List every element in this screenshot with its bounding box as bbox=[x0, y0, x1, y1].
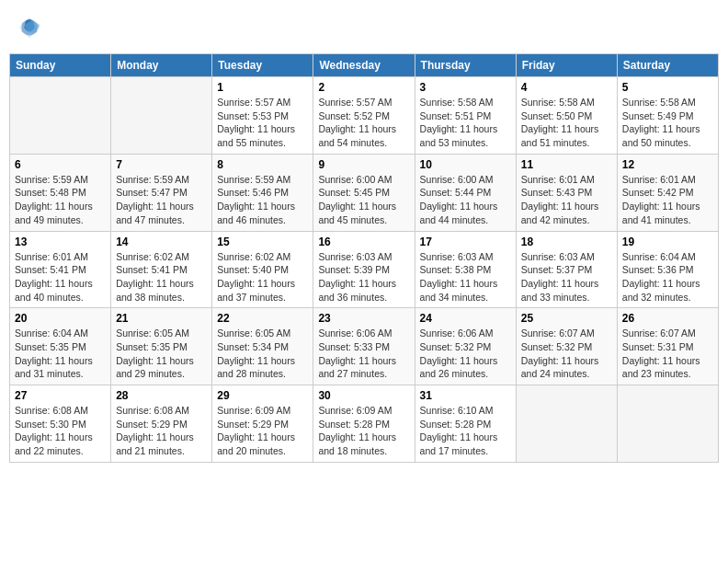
calendar-cell: 10Sunrise: 6:00 AM Sunset: 5:44 PM Dayli… bbox=[415, 154, 516, 231]
day-info: Sunrise: 5:57 AM Sunset: 5:52 PM Dayligh… bbox=[318, 96, 409, 150]
calendar-cell: 29Sunrise: 6:09 AM Sunset: 5:29 PM Dayli… bbox=[212, 385, 313, 463]
day-number: 30 bbox=[318, 389, 409, 402]
day-number: 3 bbox=[420, 81, 511, 94]
day-info: Sunrise: 6:08 AM Sunset: 5:30 PM Dayligh… bbox=[15, 404, 106, 458]
logo-icon bbox=[17, 15, 42, 40]
day-number: 2 bbox=[318, 81, 409, 94]
calendar-cell: 22Sunrise: 6:05 AM Sunset: 5:34 PM Dayli… bbox=[212, 308, 313, 385]
day-info: Sunrise: 6:07 AM Sunset: 5:32 PM Dayligh… bbox=[521, 327, 612, 381]
day-info: Sunrise: 5:59 AM Sunset: 5:46 PM Dayligh… bbox=[217, 173, 308, 227]
col-header-friday: Friday bbox=[516, 54, 617, 77]
day-number: 29 bbox=[217, 389, 308, 402]
day-number: 5 bbox=[622, 81, 713, 94]
day-number: 4 bbox=[521, 81, 612, 94]
day-info: Sunrise: 6:05 AM Sunset: 5:35 PM Dayligh… bbox=[116, 327, 207, 381]
logo bbox=[17, 15, 46, 40]
day-number: 10 bbox=[420, 158, 511, 171]
day-info: Sunrise: 6:03 AM Sunset: 5:37 PM Dayligh… bbox=[521, 250, 612, 304]
day-info: Sunrise: 6:07 AM Sunset: 5:31 PM Dayligh… bbox=[622, 327, 713, 381]
day-number: 17 bbox=[420, 236, 511, 248]
day-info: Sunrise: 6:00 AM Sunset: 5:44 PM Dayligh… bbox=[420, 173, 511, 227]
day-number: 19 bbox=[622, 236, 713, 248]
calendar-cell: 13Sunrise: 6:01 AM Sunset: 5:41 PM Dayli… bbox=[10, 231, 111, 308]
day-number: 11 bbox=[521, 158, 612, 171]
day-info: Sunrise: 6:03 AM Sunset: 5:38 PM Dayligh… bbox=[420, 250, 511, 304]
day-number: 28 bbox=[116, 389, 207, 402]
calendar-cell: 9Sunrise: 6:00 AM Sunset: 5:45 PM Daylig… bbox=[313, 154, 415, 231]
day-info: Sunrise: 5:58 AM Sunset: 5:50 PM Dayligh… bbox=[521, 96, 612, 150]
day-info: Sunrise: 6:03 AM Sunset: 5:39 PM Dayligh… bbox=[318, 250, 409, 304]
day-info: Sunrise: 6:01 AM Sunset: 5:43 PM Dayligh… bbox=[521, 173, 612, 227]
day-info: Sunrise: 6:09 AM Sunset: 5:28 PM Dayligh… bbox=[318, 404, 409, 458]
day-number: 18 bbox=[521, 236, 612, 248]
day-number: 24 bbox=[420, 312, 511, 325]
calendar-cell: 14Sunrise: 6:02 AM Sunset: 5:41 PM Dayli… bbox=[111, 231, 212, 308]
col-header-monday: Monday bbox=[111, 54, 212, 77]
day-number: 1 bbox=[217, 81, 308, 94]
day-info: Sunrise: 6:04 AM Sunset: 5:35 PM Dayligh… bbox=[15, 327, 106, 381]
calendar-cell: 7Sunrise: 5:59 AM Sunset: 5:47 PM Daylig… bbox=[111, 154, 212, 231]
calendar-cell: 11Sunrise: 6:01 AM Sunset: 5:43 PM Dayli… bbox=[516, 154, 617, 231]
page-header bbox=[9, 9, 719, 46]
day-info: Sunrise: 6:05 AM Sunset: 5:34 PM Dayligh… bbox=[217, 327, 308, 381]
calendar-cell: 26Sunrise: 6:07 AM Sunset: 5:31 PM Dayli… bbox=[617, 308, 718, 385]
day-info: Sunrise: 6:02 AM Sunset: 5:40 PM Dayligh… bbox=[217, 250, 308, 304]
day-number: 27 bbox=[15, 389, 106, 402]
day-info: Sunrise: 6:08 AM Sunset: 5:29 PM Dayligh… bbox=[116, 404, 207, 458]
day-number: 7 bbox=[116, 158, 207, 171]
calendar-cell: 8Sunrise: 5:59 AM Sunset: 5:46 PM Daylig… bbox=[212, 154, 313, 231]
day-info: Sunrise: 5:58 AM Sunset: 5:51 PM Dayligh… bbox=[420, 96, 511, 150]
calendar-table: SundayMondayTuesdayWednesdayThursdayFrid… bbox=[9, 53, 719, 463]
calendar-cell: 1Sunrise: 5:57 AM Sunset: 5:53 PM Daylig… bbox=[212, 77, 313, 155]
day-info: Sunrise: 6:10 AM Sunset: 5:28 PM Dayligh… bbox=[420, 404, 511, 458]
calendar-cell: 30Sunrise: 6:09 AM Sunset: 5:28 PM Dayli… bbox=[313, 385, 415, 463]
calendar-cell bbox=[516, 385, 617, 463]
col-header-saturday: Saturday bbox=[617, 54, 718, 77]
calendar-cell bbox=[617, 385, 718, 463]
col-header-thursday: Thursday bbox=[415, 54, 516, 77]
calendar-cell: 23Sunrise: 6:06 AM Sunset: 5:33 PM Dayli… bbox=[313, 308, 415, 385]
calendar-cell: 20Sunrise: 6:04 AM Sunset: 5:35 PM Dayli… bbox=[10, 308, 111, 385]
day-info: Sunrise: 6:04 AM Sunset: 5:36 PM Dayligh… bbox=[622, 250, 713, 304]
day-info: Sunrise: 6:06 AM Sunset: 5:32 PM Dayligh… bbox=[420, 327, 511, 381]
day-number: 23 bbox=[318, 312, 409, 325]
calendar-header-row: SundayMondayTuesdayWednesdayThursdayFrid… bbox=[10, 54, 719, 77]
day-number: 15 bbox=[217, 236, 308, 248]
calendar-cell: 21Sunrise: 6:05 AM Sunset: 5:35 PM Dayli… bbox=[111, 308, 212, 385]
day-number: 8 bbox=[217, 158, 308, 171]
calendar-cell: 15Sunrise: 6:02 AM Sunset: 5:40 PM Dayli… bbox=[212, 231, 313, 308]
day-number: 26 bbox=[622, 312, 713, 325]
calendar-cell: 16Sunrise: 6:03 AM Sunset: 5:39 PM Dayli… bbox=[313, 231, 415, 308]
day-number: 22 bbox=[217, 312, 308, 325]
week-row-4: 20Sunrise: 6:04 AM Sunset: 5:35 PM Dayli… bbox=[10, 308, 719, 385]
day-number: 14 bbox=[116, 236, 207, 248]
day-number: 21 bbox=[116, 312, 207, 325]
col-header-sunday: Sunday bbox=[10, 54, 111, 77]
col-header-wednesday: Wednesday bbox=[313, 54, 415, 77]
week-row-1: 1Sunrise: 5:57 AM Sunset: 5:53 PM Daylig… bbox=[10, 77, 719, 155]
week-row-2: 6Sunrise: 5:59 AM Sunset: 5:48 PM Daylig… bbox=[10, 154, 719, 231]
calendar-cell: 28Sunrise: 6:08 AM Sunset: 5:29 PM Dayli… bbox=[111, 385, 212, 463]
calendar-cell: 19Sunrise: 6:04 AM Sunset: 5:36 PM Dayli… bbox=[617, 231, 718, 308]
calendar-cell: 18Sunrise: 6:03 AM Sunset: 5:37 PM Dayli… bbox=[516, 231, 617, 308]
day-number: 16 bbox=[318, 236, 409, 248]
day-info: Sunrise: 6:09 AM Sunset: 5:29 PM Dayligh… bbox=[217, 404, 308, 458]
calendar-cell: 25Sunrise: 6:07 AM Sunset: 5:32 PM Dayli… bbox=[516, 308, 617, 385]
day-number: 13 bbox=[15, 236, 106, 248]
calendar-cell: 27Sunrise: 6:08 AM Sunset: 5:30 PM Dayli… bbox=[10, 385, 111, 463]
day-info: Sunrise: 5:59 AM Sunset: 5:48 PM Dayligh… bbox=[15, 173, 106, 227]
calendar-cell: 2Sunrise: 5:57 AM Sunset: 5:52 PM Daylig… bbox=[313, 77, 415, 155]
day-info: Sunrise: 6:01 AM Sunset: 5:41 PM Dayligh… bbox=[15, 250, 106, 304]
day-info: Sunrise: 6:00 AM Sunset: 5:45 PM Dayligh… bbox=[318, 173, 409, 227]
col-header-tuesday: Tuesday bbox=[212, 54, 313, 77]
calendar-cell: 24Sunrise: 6:06 AM Sunset: 5:32 PM Dayli… bbox=[415, 308, 516, 385]
calendar-cell bbox=[111, 77, 212, 155]
day-number: 20 bbox=[15, 312, 106, 325]
day-number: 6 bbox=[15, 158, 106, 171]
week-row-5: 27Sunrise: 6:08 AM Sunset: 5:30 PM Dayli… bbox=[10, 385, 719, 463]
calendar-cell: 6Sunrise: 5:59 AM Sunset: 5:48 PM Daylig… bbox=[10, 154, 111, 231]
day-number: 31 bbox=[420, 389, 511, 402]
calendar-cell: 31Sunrise: 6:10 AM Sunset: 5:28 PM Dayli… bbox=[415, 385, 516, 463]
calendar-cell: 12Sunrise: 6:01 AM Sunset: 5:42 PM Dayli… bbox=[617, 154, 718, 231]
day-info: Sunrise: 6:01 AM Sunset: 5:42 PM Dayligh… bbox=[622, 173, 713, 227]
